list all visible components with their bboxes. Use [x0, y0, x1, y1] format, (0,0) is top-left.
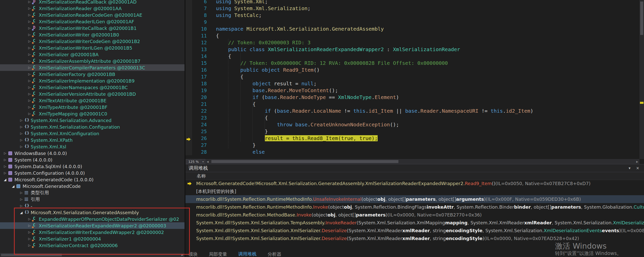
expander-icon[interactable]: ▷: [19, 204, 24, 208]
panel-tab-2[interactable]: 调用堆栈: [238, 251, 256, 257]
editor-horizontal-scrollbar[interactable]: 125 % ▾ ◀ ▶: [186, 159, 639, 164]
tree-item[interactable]: ▷XmlSerializationReaderExpandedWrapper2 …: [0, 222, 185, 229]
expander-icon[interactable]: ▷: [3, 171, 8, 175]
tree-item[interactable]: ▷System.Configuration (4.0.0.0): [0, 170, 185, 176]
tree-item[interactable]: ▷XmlSerializer @020001BA: [0, 51, 185, 58]
tree-item[interactable]: ◢Microsoft.GeneratedCode (1.0.0.0): [0, 176, 185, 183]
expander-icon[interactable]: ▷: [19, 125, 24, 129]
tree-item[interactable]: ▷System.Xml.XPath: [0, 137, 185, 143]
scrollbar-track[interactable]: [210, 159, 635, 164]
tree-item[interactable]: ▷XmlSerializationReadCallback @020001AD: [0, 0, 185, 5]
tree-item[interactable]: ▷WindowsBase (4.0.0.0): [0, 150, 185, 156]
expander-icon[interactable]: ▷: [27, 224, 32, 227]
expander-icon[interactable]: ▷: [27, 230, 32, 234]
tree-item[interactable]: ▷System.Xml.Serialization.Configuration: [0, 124, 185, 130]
tree-item[interactable]: ▷XmlSerializationReaderCodeGen @020001AE: [0, 12, 185, 18]
expander-icon[interactable]: ▷: [19, 132, 24, 135]
tree-item[interactable]: ▷XmlSerializerFactory @020001BB: [0, 71, 185, 77]
callstack-frame-row[interactable]: mscorlib.dll!System.Reflection.MethodBas…: [186, 211, 644, 219]
zoom-level-control[interactable]: 125 %: [186, 159, 201, 164]
tree-item[interactable]: ▷XmlTypeAttribute @020001BF: [0, 104, 185, 110]
tree-item[interactable]: ▷XmlSerializerCompilerParameters @020001…: [0, 64, 185, 71]
tree-item[interactable]: ▷类型引用: [0, 189, 185, 196]
tree-item[interactable]: ◢Microsoft.Xml.Serialization.GeneratedAs…: [0, 209, 185, 216]
expander-icon[interactable]: ◢: [19, 211, 24, 214]
expander-icon[interactable]: ◢: [11, 184, 16, 188]
expander-icon[interactable]: ▷: [19, 197, 24, 201]
callstack-frame-row[interactable]: Microsoft.GeneratedCode!Microsoft.Xml.Se…: [186, 180, 644, 187]
expander-icon[interactable]: ▷: [27, 217, 32, 221]
expander-icon[interactable]: ▷: [27, 20, 32, 23]
editor-vertical-scrollbar[interactable]: [639, 0, 644, 159]
close-icon[interactable]: ×: [634, 165, 641, 171]
expander-icon[interactable]: ▷: [19, 118, 24, 122]
expander-icon[interactable]: ▷: [27, 59, 32, 63]
panel-tab-3[interactable]: 分析器: [268, 251, 281, 257]
expander-icon[interactable]: ▷: [27, 66, 32, 69]
tree-item[interactable]: ▷System.Xml.Serialization.Advanced: [0, 117, 185, 124]
tree-item[interactable]: ◢Microsoft.GeneratedCode: [0, 183, 185, 189]
panel-tab-1[interactable]: 局部变量: [209, 251, 227, 257]
expander-icon[interactable]: ◢: [3, 178, 8, 182]
expander-icon[interactable]: ▷: [3, 165, 8, 168]
code-area[interactable]: 6using System.Xml;7using System.Xml.Seri…: [186, 0, 639, 155]
tree-item[interactable]: ▷XmlSerializerNamespaces @020001BC: [0, 84, 185, 91]
callstack-frame-row[interactable]: mscorlib.dll!System.Reflection.RuntimeMe…: [186, 203, 644, 211]
expander-icon[interactable]: ▷: [27, 92, 32, 96]
expander-icon[interactable]: ▷: [27, 26, 32, 30]
expander-icon[interactable]: ▷: [27, 86, 32, 89]
tree-item[interactable]: ▷XmlSerializationWriterILGen @020001B5: [0, 45, 185, 51]
tree-item[interactable]: ▷XmlSerializationWriter @020001B0: [0, 31, 185, 38]
scrollbar-thumb[interactable]: [211, 160, 398, 163]
expander-icon[interactable]: ▷: [27, 39, 32, 43]
expander-icon[interactable]: ▷: [27, 72, 32, 76]
tree-item[interactable]: ▷ExpandedWrapperOfPersonObjectDataProvid…: [0, 216, 185, 222]
expander-icon[interactable]: ▷: [27, 99, 32, 102]
expander-icon[interactable]: ▷: [3, 158, 8, 162]
tree-item[interactable]: ▷XmlSerializationReader @020001AA: [0, 5, 185, 12]
tree-item[interactable]: ▷System.Xml.XmlConfiguration: [0, 130, 185, 137]
expander-icon[interactable]: ▷: [27, 7, 32, 10]
tree-item[interactable]: ▷System.Data.SqlXml (4.0.0.0): [0, 163, 185, 170]
tree-item[interactable]: ▷XmlSerializerImplementation @020001B9: [0, 77, 185, 84]
tree-item[interactable]: ▷XmlSerializationWriterCodeGen @020001B2: [0, 38, 185, 45]
callstack-frame-row[interactable]: System.Xml.dll!System.Xml.Serialization.…: [186, 219, 644, 227]
tree-item[interactable]: ▷XmlSerializerVersionAttribute @020001BD: [0, 91, 185, 97]
scrollbar-thumb[interactable]: [640, 2, 643, 35]
tree-item[interactable]: ▷XmlTextAttribute @020001BE: [0, 97, 185, 104]
tree-item[interactable]: ▷XmlTypeMapping @020001C0: [0, 110, 185, 117]
tree-item[interactable]: ▷XmlSerializerContract @02000006: [0, 242, 185, 249]
callstack-frame-row[interactable]: [本机到托管的转换]: [186, 187, 644, 195]
expander-icon[interactable]: ▷: [27, 0, 32, 4]
expander-icon[interactable]: ▷: [27, 105, 32, 109]
scroll-left-icon[interactable]: ◀: [205, 160, 210, 163]
expander-icon[interactable]: ▷: [27, 53, 32, 56]
expander-icon[interactable]: ▷: [27, 237, 32, 241]
expander-icon[interactable]: ▷: [27, 33, 32, 36]
tree-item[interactable]: ▷XmlSerializationWriterExpandedWrapper2 …: [0, 229, 185, 235]
expander-icon[interactable]: ▷: [19, 138, 24, 142]
expander-icon[interactable]: ▷: [27, 46, 32, 50]
tree-item[interactable]: ▷XmlSerializer1 @02000004: [0, 235, 185, 242]
expander-icon[interactable]: ▷: [19, 191, 24, 194]
callstack-frame-row[interactable]: mscorlib.dll!System.Reflection.RuntimeMe…: [186, 195, 644, 203]
chevron-down-icon[interactable]: ▾: [626, 165, 633, 171]
expander-icon[interactable]: ▷: [27, 79, 32, 83]
tree-item[interactable]: ▷XmlSerializationReaderILGen @020001AF: [0, 18, 185, 25]
scroll-right-icon[interactable]: ▶: [635, 160, 639, 163]
callstack-column-header[interactable]: 名称: [186, 172, 644, 180]
callstack-frame-row[interactable]: System.Xml.dll!System.Xml.Serialization.…: [186, 234, 644, 242]
tree-item[interactable]: ▷XmlSerializerAssemblyAttribute @020001B…: [0, 58, 185, 64]
scroll-right-icon[interactable]: ▶: [181, 253, 183, 256]
tree-item[interactable]: ▷XmlSerializationWriteCallback @020001B1: [0, 25, 185, 31]
tree-item[interactable]: ▷引用: [0, 196, 185, 203]
tree-item[interactable]: ▷System.Xml.Xsl: [0, 143, 185, 150]
expander-icon[interactable]: ▷: [19, 145, 24, 148]
tree-horizontal-scrollbar[interactable]: ▶: [0, 253, 185, 257]
tree-item[interactable]: ▷System (4.0.0.0): [0, 156, 185, 163]
expander-icon[interactable]: ▷: [27, 244, 32, 247]
expander-icon[interactable]: ▷: [3, 151, 8, 155]
tree-item[interactable]: ▷-: [0, 203, 185, 209]
chevron-down-icon[interactable]: ▾: [201, 159, 205, 164]
scrollbar-thumb[interactable]: [1, 254, 62, 256]
